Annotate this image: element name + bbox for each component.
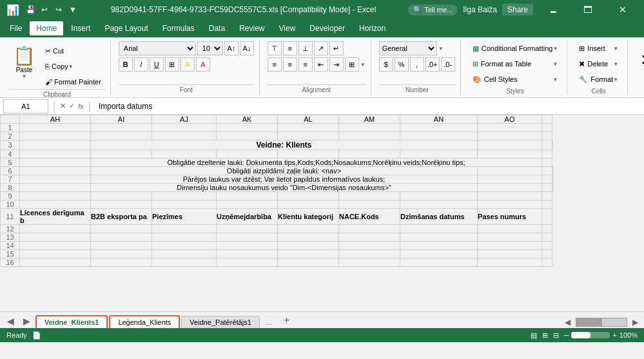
scrollbar-thumb[interactable] xyxy=(576,318,602,326)
increase-font-button[interactable]: A↑ xyxy=(224,41,239,55)
cell-am2[interactable] xyxy=(339,132,400,141)
cell-aj4[interactable] xyxy=(152,150,217,159)
cell-ai11[interactable]: B2B eksporta pa xyxy=(91,209,152,225)
font-color-button[interactable]: A xyxy=(196,57,210,72)
align-middle-button[interactable]: ≡ xyxy=(283,41,297,55)
increase-indent-button[interactable]: ⇥ xyxy=(329,57,344,72)
increase-decimal-button[interactable]: .0+ xyxy=(425,57,440,72)
add-sheet-button[interactable]: + xyxy=(278,313,295,328)
cell-ao11[interactable]: Pases numurs xyxy=(478,209,542,225)
align-left-button[interactable]: ≡ xyxy=(268,57,282,72)
col-header-al[interactable]: AL xyxy=(278,115,339,124)
redo-button[interactable]: ↪ xyxy=(53,4,64,15)
italic-button[interactable]: I xyxy=(134,57,148,72)
cell-ah2[interactable] xyxy=(20,132,91,141)
orientation-button[interactable]: ↗ xyxy=(314,41,328,55)
cell-al2[interactable] xyxy=(278,132,339,141)
menu-review[interactable]: Review xyxy=(233,21,271,35)
underline-button[interactable]: U xyxy=(150,57,164,72)
col-header-am[interactable]: AM xyxy=(339,115,400,124)
cell-ao8[interactable] xyxy=(542,184,552,192)
cell-an8[interactable] xyxy=(478,184,542,192)
horizontal-scrollbar[interactable] xyxy=(576,318,627,327)
cell-an7[interactable] xyxy=(478,175,542,184)
insert-cells-button[interactable]: ⊞ Insert ▼ xyxy=(575,41,622,55)
cell-am1[interactable] xyxy=(339,124,400,132)
col-header-aj[interactable]: AJ xyxy=(152,115,217,124)
cell-ao2[interactable] xyxy=(478,132,542,141)
align-center-button[interactable]: ≡ xyxy=(283,57,297,72)
cell-ah9[interactable] xyxy=(20,192,91,200)
copy-button[interactable]: ⎘ Copy ▼ xyxy=(41,59,105,73)
cell-ao7[interactable] xyxy=(542,175,552,184)
cell-al10[interactable] xyxy=(278,200,339,209)
merge-button[interactable]: ⊞ xyxy=(345,57,359,72)
cell-ak1[interactable] xyxy=(217,124,278,132)
cell-an10[interactable] xyxy=(400,200,478,209)
cell-an2[interactable] xyxy=(400,132,478,141)
format-cells-button[interactable]: 🔧 Format ▼ xyxy=(575,72,622,86)
menu-file[interactable]: File xyxy=(3,21,28,35)
cell-ah8[interactable] xyxy=(20,184,91,192)
scroll-sheets-right-button[interactable]: ▶ xyxy=(19,314,34,328)
cell-ah10[interactable] xyxy=(20,200,91,209)
cell-ai10[interactable] xyxy=(91,200,152,209)
h-scroll-right-button[interactable]: ▶ xyxy=(630,316,641,328)
cell-an11[interactable]: Dzimšanas datums xyxy=(400,209,478,225)
cell-ai5-merged[interactable]: Obligātie dzeltenie lauki: Dokumenta tip… xyxy=(91,159,542,167)
comma-button[interactable]: , xyxy=(410,57,424,72)
menu-page-layout[interactable]: Page Layout xyxy=(98,21,154,35)
zoom-out-button[interactable]: ─ xyxy=(564,331,569,339)
h-scroll-left-button[interactable]: ◀ xyxy=(562,316,573,328)
sheet-tab-veidne-pateretajs1[interactable]: Veidne_Patērētājs1 xyxy=(181,316,259,328)
page-layout-view-button[interactable]: ⊞ xyxy=(542,331,548,340)
cell-aj11[interactable]: Piezīmes xyxy=(152,209,217,225)
cell-am9[interactable] xyxy=(339,192,400,200)
cell-reference-input[interactable] xyxy=(3,99,48,113)
cell-ak11[interactable]: Uzņēmejdarbība xyxy=(217,209,278,225)
formula-input[interactable]: Importa datums xyxy=(95,99,641,113)
delete-cells-button[interactable]: ✖ Delete ▼ xyxy=(575,57,622,71)
cell-ai4[interactable] xyxy=(91,150,152,159)
border-button[interactable]: ⊞ xyxy=(165,57,179,72)
zoom-slider[interactable] xyxy=(571,332,610,338)
undo-button[interactable]: ↩ xyxy=(39,4,50,15)
cell-ak4[interactable] xyxy=(217,150,278,159)
page-break-preview-button[interactable]: ⊟ xyxy=(553,331,559,340)
zoom-in-button[interactable]: + xyxy=(612,331,616,339)
align-bottom-button[interactable]: ⊥ xyxy=(298,41,313,55)
cell-an3[interactable] xyxy=(478,141,542,150)
cell-ai9[interactable] xyxy=(91,192,152,200)
cell-ah7[interactable] xyxy=(20,175,91,184)
cell-ai2[interactable] xyxy=(91,132,152,141)
cell-ao6[interactable] xyxy=(542,167,552,175)
cell-styles-button[interactable]: 🎨 Cell Styles ▼ xyxy=(469,72,562,86)
cell-al9[interactable] xyxy=(278,192,339,200)
wrap-text-button[interactable]: ↵ xyxy=(329,41,344,55)
menu-view[interactable]: View xyxy=(273,21,302,35)
cell-ak10[interactable] xyxy=(217,200,278,209)
cell-ah4[interactable] xyxy=(20,150,91,159)
cell-ai1[interactable] xyxy=(91,124,152,132)
cell-ak2[interactable] xyxy=(217,132,278,141)
col-header-ak[interactable]: AK xyxy=(217,115,278,124)
cell-an6[interactable] xyxy=(478,167,542,175)
cell-ao1[interactable] xyxy=(478,124,542,132)
font-family-select[interactable]: Arial xyxy=(119,41,196,55)
sheet-tab-legenda-klients[interactable]: Leģenda_Klients xyxy=(109,315,180,328)
cell-aj9[interactable] xyxy=(152,192,217,200)
cell-ai3-merged[interactable]: Veidne: Klients xyxy=(91,141,478,150)
share-button[interactable]: Share xyxy=(502,4,533,15)
more-sheets-button[interactable]: ... xyxy=(261,316,277,328)
menu-home[interactable]: Home xyxy=(30,21,63,35)
maximize-button[interactable]: 🗖 xyxy=(573,0,603,19)
cell-aj2[interactable] xyxy=(152,132,217,141)
cell-ah6[interactable] xyxy=(20,167,91,175)
cut-button[interactable]: ✂ Cut xyxy=(41,44,105,58)
cell-am10[interactable] xyxy=(339,200,400,209)
conditional-formatting-button[interactable]: ▦ Conditional Formatting ▼ xyxy=(469,41,562,55)
autosum-button[interactable]: Σ ▼ xyxy=(636,44,644,82)
number-format-select[interactable]: General xyxy=(379,41,437,55)
col-header-ai[interactable]: AI xyxy=(91,115,152,124)
cell-al1[interactable] xyxy=(278,124,339,132)
